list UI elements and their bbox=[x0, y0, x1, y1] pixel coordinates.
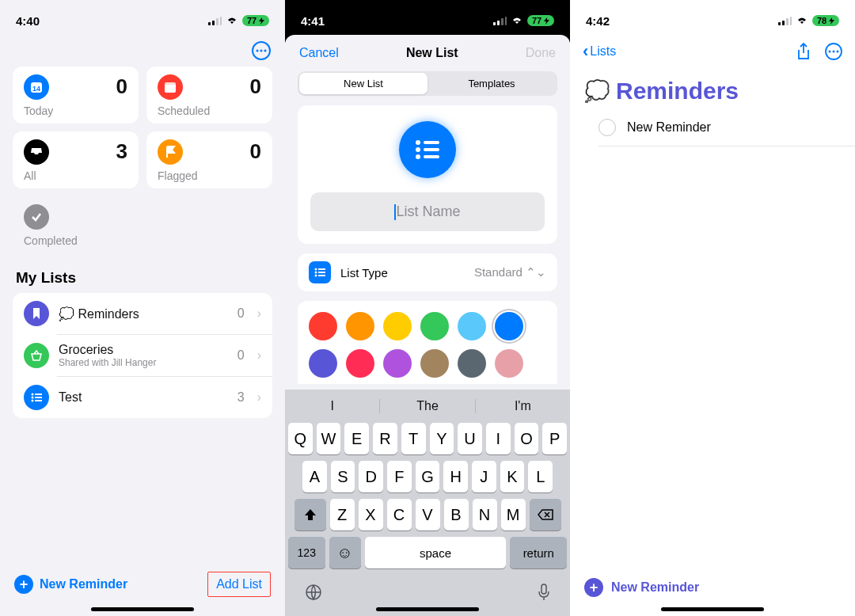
segmented-control[interactable]: New List Templates bbox=[298, 71, 557, 96]
key-y[interactable]: Y bbox=[430, 423, 454, 454]
more-icon[interactable] bbox=[825, 43, 842, 60]
svg-rect-36 bbox=[782, 21, 785, 25]
key-u[interactable]: U bbox=[458, 423, 482, 454]
list-bullet-icon[interactable] bbox=[399, 121, 456, 178]
list-type-row[interactable]: List Type Standard ⌃⌄ bbox=[298, 253, 557, 291]
prediction[interactable]: The bbox=[379, 399, 474, 413]
key-s[interactable]: S bbox=[331, 461, 355, 492]
color-swatch[interactable] bbox=[309, 312, 337, 340]
key-o[interactable]: O bbox=[515, 423, 539, 454]
home-indicator[interactable] bbox=[376, 607, 479, 611]
list-bullet-icon bbox=[24, 385, 49, 410]
space-key[interactable]: space bbox=[365, 537, 507, 568]
card-scheduled[interactable]: 0 Scheduled bbox=[146, 67, 272, 124]
card-completed[interactable]: Completed bbox=[13, 196, 139, 253]
key-l[interactable]: L bbox=[528, 461, 553, 492]
card-all[interactable]: 3 All bbox=[13, 131, 139, 188]
new-reminder-button[interactable]: + New Reminder bbox=[14, 575, 127, 594]
nav-bar: ‹ Lists bbox=[570, 35, 855, 65]
status-bar: 4:42 78 bbox=[570, 0, 855, 35]
list-name: Test bbox=[59, 390, 228, 405]
svg-rect-12 bbox=[35, 394, 42, 395]
reminder-item[interactable]: New Reminder bbox=[598, 109, 855, 146]
mic-icon[interactable] bbox=[537, 583, 551, 602]
key-b[interactable]: B bbox=[444, 499, 469, 530]
screen-new-list: 4:41 77 Cancel New List Done New List Te… bbox=[285, 0, 570, 616]
wifi-icon bbox=[511, 16, 523, 25]
color-swatch[interactable] bbox=[495, 349, 523, 378]
card-today[interactable]: 14 0 Today bbox=[13, 67, 139, 124]
color-swatch[interactable] bbox=[346, 349, 374, 378]
list-row[interactable]: Test 3 › bbox=[57, 376, 272, 418]
calendar-grid-icon bbox=[158, 74, 183, 100]
prediction[interactable]: I'm bbox=[475, 399, 570, 413]
done-button[interactable]: Done bbox=[526, 46, 556, 60]
color-swatch[interactable] bbox=[346, 312, 374, 340]
svg-rect-10 bbox=[165, 82, 176, 85]
add-list-button[interactable]: Add List bbox=[207, 572, 271, 597]
svg-point-13 bbox=[32, 397, 34, 399]
new-reminder-button[interactable]: + New Reminder bbox=[584, 578, 699, 597]
key-c[interactable]: C bbox=[387, 499, 412, 530]
cancel-button[interactable]: Cancel bbox=[299, 46, 339, 60]
prediction[interactable]: I bbox=[285, 399, 379, 413]
status-icons: 77 bbox=[208, 15, 269, 26]
color-swatch[interactable] bbox=[495, 312, 523, 340]
key-d[interactable]: D bbox=[359, 461, 383, 492]
completion-circle[interactable] bbox=[598, 119, 616, 136]
color-swatch[interactable] bbox=[458, 312, 486, 340]
svg-rect-0 bbox=[208, 22, 211, 25]
key-m[interactable]: M bbox=[501, 499, 526, 530]
more-menu-button[interactable] bbox=[252, 41, 271, 60]
key-z[interactable]: Z bbox=[330, 499, 355, 530]
key-p[interactable]: P bbox=[542, 423, 567, 454]
list-row[interactable]: 💭 Reminders 0 › bbox=[13, 293, 272, 334]
key-i[interactable]: I bbox=[486, 423, 511, 454]
color-swatch[interactable] bbox=[309, 349, 337, 378]
key-j[interactable]: J bbox=[472, 461, 496, 492]
svg-point-41 bbox=[833, 51, 835, 53]
home-indicator[interactable] bbox=[91, 607, 194, 611]
key-x[interactable]: X bbox=[359, 499, 383, 530]
home-indicator[interactable] bbox=[661, 607, 764, 611]
shift-key[interactable] bbox=[294, 499, 326, 530]
key-e[interactable]: E bbox=[344, 423, 369, 454]
color-swatch[interactable] bbox=[383, 349, 412, 378]
basket-icon bbox=[24, 343, 49, 368]
flag-icon bbox=[158, 139, 183, 165]
back-button[interactable]: ‹ Lists bbox=[583, 41, 616, 62]
list-row[interactable]: Groceries Shared with Jill Hanger 0 › bbox=[57, 334, 272, 376]
card-flagged[interactable]: 0 Flagged bbox=[146, 131, 272, 188]
numbers-key[interactable]: 123 bbox=[288, 537, 325, 568]
color-swatch[interactable] bbox=[458, 349, 486, 378]
key-g[interactable]: G bbox=[416, 461, 440, 492]
key-w[interactable]: W bbox=[317, 423, 341, 454]
key-f[interactable]: F bbox=[387, 461, 412, 492]
toolbar bbox=[0, 35, 285, 67]
segment-new-list[interactable]: New List bbox=[299, 73, 428, 94]
segment-templates[interactable]: Templates bbox=[428, 73, 556, 94]
return-key[interactable]: return bbox=[510, 537, 567, 568]
smart-lists-grid: 14 0 Today 0 Scheduled 3 All bbox=[0, 67, 285, 253]
delete-key[interactable] bbox=[530, 499, 561, 530]
list-emoji: 💭 bbox=[584, 79, 610, 104]
key-n[interactable]: N bbox=[473, 499, 497, 530]
color-swatch[interactable] bbox=[420, 349, 449, 378]
my-lists-header: My Lists bbox=[0, 253, 285, 293]
key-t[interactable]: T bbox=[401, 423, 426, 454]
list-name-input[interactable]: List Name bbox=[310, 192, 545, 231]
key-q[interactable]: Q bbox=[288, 423, 313, 454]
key-a[interactable]: A bbox=[302, 461, 327, 492]
color-swatch[interactable] bbox=[383, 312, 412, 340]
list-title-text: Reminders bbox=[616, 78, 739, 105]
globe-icon[interactable] bbox=[304, 583, 323, 602]
key-h[interactable]: H bbox=[443, 461, 468, 492]
key-v[interactable]: V bbox=[416, 499, 440, 530]
calendar-icon: 14 bbox=[24, 74, 49, 100]
share-icon[interactable] bbox=[796, 43, 811, 60]
color-swatch[interactable] bbox=[420, 312, 449, 340]
chevron-right-icon: › bbox=[254, 390, 261, 405]
emoji-key[interactable]: ☺ bbox=[329, 537, 361, 568]
key-k[interactable]: K bbox=[500, 461, 525, 492]
key-r[interactable]: R bbox=[373, 423, 397, 454]
